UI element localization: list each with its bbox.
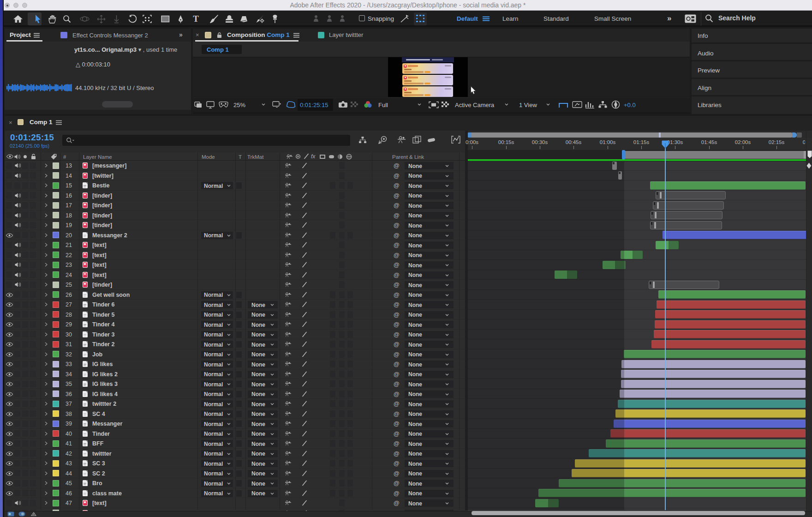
svg-text:T: T xyxy=(193,15,199,23)
